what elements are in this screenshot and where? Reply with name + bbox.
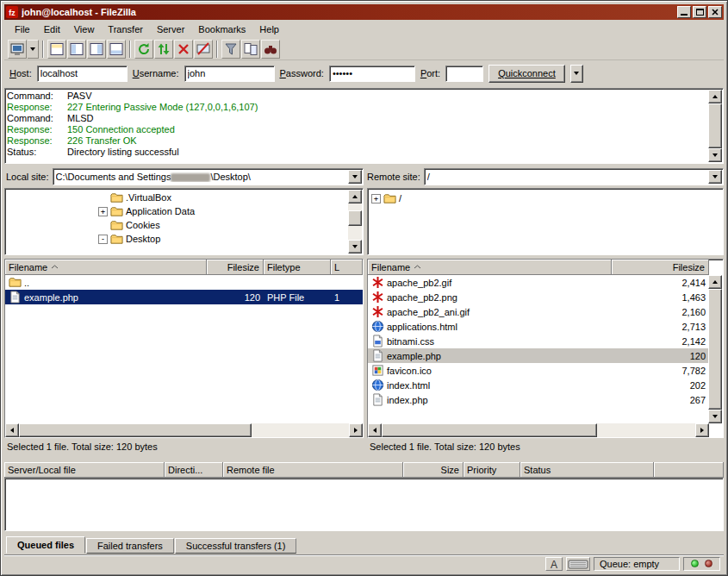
local-tree-vertical-scrollbar[interactable] xyxy=(348,190,362,254)
host-input[interactable] xyxy=(37,66,128,82)
tab-successful-transfers[interactable]: Successful transfers (1) xyxy=(175,538,297,554)
toggle-message-log-button[interactable] xyxy=(47,40,66,59)
cancel-operation-button[interactable] xyxy=(174,40,193,59)
menu-edit[interactable]: Edit xyxy=(37,22,67,37)
local-site-combo[interactable]: C:\Documents and Settings\Desktop\ xyxy=(53,168,364,185)
css-file-icon xyxy=(371,335,384,347)
quickconnect-dropdown[interactable] xyxy=(570,65,583,83)
minimize-button[interactable] xyxy=(677,6,691,18)
scroll-left-button[interactable] xyxy=(5,423,19,437)
title-bar[interactable]: john@localhost - FileZilla xyxy=(4,4,724,20)
scrollbar-thumb[interactable] xyxy=(708,289,722,410)
scrollbar-thumb[interactable] xyxy=(708,103,722,148)
column-header-filename[interactable]: Filename xyxy=(5,260,207,275)
column-header-filesize[interactable]: Filesize xyxy=(207,260,264,275)
toggle-remote-tree-button[interactable] xyxy=(87,40,106,59)
file-row[interactable]: index.html 202 xyxy=(368,378,709,392)
tree-expander-icon[interactable]: + xyxy=(98,207,108,216)
scrollbar-thumb[interactable] xyxy=(348,210,362,226)
tab-queued-files[interactable]: Queued files xyxy=(6,536,85,554)
maximize-button[interactable] xyxy=(693,6,706,18)
menu-file[interactable]: File xyxy=(8,22,37,37)
local-list-header: Filename Filesize Filetype L xyxy=(5,260,363,275)
scroll-right-button[interactable] xyxy=(695,423,709,437)
column-header-filesize[interactable]: Filesize xyxy=(612,260,709,275)
transfer-queue-body[interactable] xyxy=(4,478,724,531)
scroll-up-button[interactable] xyxy=(348,190,362,203)
tree-item-virtualbox[interactable]: .VirtualBox xyxy=(7,191,347,204)
file-row[interactable]: bitnami.css 2,142 xyxy=(368,334,709,348)
queue-column-server-local-file[interactable]: Server/Local file xyxy=(4,462,165,478)
menu-transfer[interactable]: Transfer xyxy=(101,22,150,37)
menu-server[interactable]: Server xyxy=(150,22,191,37)
queue-column-size[interactable]: Size xyxy=(403,462,464,478)
tree-expander-icon[interactable]: + xyxy=(371,194,381,203)
file-row-example-php[interactable]: example.php 120 PHP File 1 xyxy=(5,290,363,304)
chevron-down-icon xyxy=(352,175,358,178)
toggle-local-tree-button[interactable] xyxy=(67,40,86,59)
file-row[interactable]: favicon.ico 7,782 xyxy=(368,363,709,378)
scroll-down-button[interactable] xyxy=(348,240,362,254)
scroll-down-button[interactable] xyxy=(708,410,722,423)
filezilla-logo-icon xyxy=(6,6,18,18)
scroll-up-button[interactable] xyxy=(708,275,722,289)
queue-column-direction[interactable]: Directi... xyxy=(165,462,223,478)
local-list-horizontal-scrollbar[interactable] xyxy=(5,423,363,437)
remote-site-combo[interactable]: / xyxy=(424,168,724,185)
remote-list-horizontal-scrollbar[interactable] xyxy=(368,423,709,437)
queue-column-status[interactable]: Status xyxy=(520,462,654,478)
directory-comparison-button[interactable] xyxy=(241,40,260,59)
tree-expander-icon[interactable]: - xyxy=(98,235,108,244)
file-row[interactable]: apache_pb2.gif 2,414 xyxy=(368,275,709,290)
menu-help[interactable]: Help xyxy=(252,22,286,37)
log-vertical-scrollbar[interactable] xyxy=(708,90,722,162)
scrollbar-thumb[interactable] xyxy=(19,423,252,437)
disconnect-button[interactable] xyxy=(194,40,213,59)
toggle-transfer-queue-button[interactable] xyxy=(107,40,126,59)
find-files-button[interactable] xyxy=(261,40,280,59)
folder-icon xyxy=(383,192,396,205)
scroll-right-button[interactable] xyxy=(349,423,363,437)
redacted-username xyxy=(171,173,210,182)
remote-site-dropdown[interactable] xyxy=(708,170,722,184)
menu-bar: File Edit View Transfer Server Bookmarks… xyxy=(4,21,724,38)
tree-item-application-data[interactable]: + Application Data xyxy=(7,204,347,218)
file-row-parent-dir[interactable]: .. xyxy=(5,275,363,290)
site-manager-button[interactable] xyxy=(8,40,27,59)
remote-list-vertical-scrollbar[interactable] xyxy=(708,275,722,423)
scrollbar-thumb[interactable] xyxy=(382,423,597,437)
menu-view[interactable]: View xyxy=(67,22,102,37)
tree-item-root[interactable]: + / xyxy=(371,191,721,205)
arrow-up-icon xyxy=(352,195,358,198)
site-manager-dropdown[interactable] xyxy=(28,40,39,59)
password-input[interactable] xyxy=(329,66,415,82)
file-row-selected[interactable]: example.php 120 xyxy=(368,348,709,363)
process-queue-button[interactable] xyxy=(154,40,173,59)
window-title: john@localhost - FileZilla xyxy=(22,7,675,17)
file-row[interactable]: applications.html 2,713 xyxy=(368,319,709,334)
close-button[interactable] xyxy=(708,6,722,18)
filter-button[interactable] xyxy=(221,40,240,59)
scroll-left-button[interactable] xyxy=(368,423,382,437)
queue-column-priority[interactable]: Priority xyxy=(464,462,520,478)
php-file-icon xyxy=(371,349,384,362)
tree-item-cookies[interactable]: Cookies xyxy=(7,218,347,232)
username-input[interactable] xyxy=(184,66,275,82)
column-header-last-modified[interactable]: L xyxy=(331,260,363,275)
tab-failed-transfers[interactable]: Failed transfers xyxy=(86,538,174,554)
remote-site-label: Remote site: xyxy=(367,172,420,182)
local-site-dropdown[interactable] xyxy=(348,170,362,184)
column-header-filetype[interactable]: Filetype xyxy=(264,260,331,275)
file-row[interactable]: index.php 267 xyxy=(368,392,709,407)
column-header-filename[interactable]: Filename xyxy=(368,260,612,275)
refresh-button[interactable] xyxy=(134,40,153,59)
file-row[interactable]: apache_pb2_ani.gif 2,160 xyxy=(368,304,709,319)
tree-item-desktop[interactable]: - Desktop xyxy=(7,232,347,246)
quickconnect-button[interactable]: Quickconnect xyxy=(488,65,565,83)
file-row[interactable]: apache_pb2.png 1,463 xyxy=(368,290,709,304)
port-input[interactable] xyxy=(445,66,483,82)
scroll-up-button[interactable] xyxy=(708,90,722,103)
queue-column-remote-file[interactable]: Remote file xyxy=(223,462,403,478)
menu-bookmarks[interactable]: Bookmarks xyxy=(191,22,252,37)
scroll-down-button[interactable] xyxy=(708,148,722,162)
